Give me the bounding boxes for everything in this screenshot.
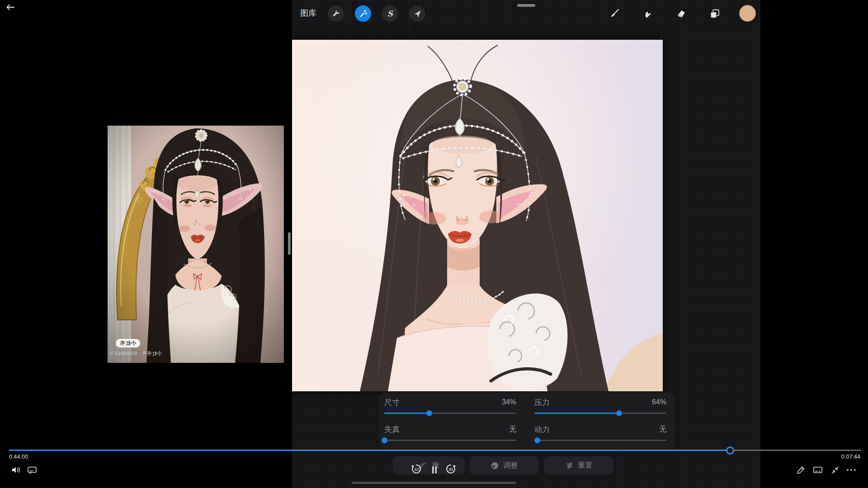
- active-color-swatch[interactable]: [739, 5, 756, 22]
- selection-button[interactable]: S: [382, 5, 398, 22]
- slider-size-track[interactable]: [384, 413, 516, 414]
- magic-wand-icon: [359, 9, 368, 18]
- slider-momentum-thumb[interactable]: [534, 437, 540, 443]
- gallery-button[interactable]: 图库: [300, 8, 316, 19]
- more-options-button[interactable]: [845, 464, 857, 476]
- volume-button[interactable]: [10, 464, 22, 476]
- exit-fullscreen-button[interactable]: [829, 464, 841, 476]
- liquify-reset-button[interactable]: 重置: [544, 456, 613, 474]
- slider-pressure: 压力 64%: [534, 397, 666, 414]
- edit-note-button[interactable]: [795, 464, 807, 476]
- slider-momentum: 动力 无: [534, 424, 666, 441]
- forward-30-button[interactable]: 30: [445, 463, 457, 475]
- watermark-id: 小红书号：8388886375: [108, 350, 162, 357]
- slider-size: 尺寸 34%: [384, 397, 516, 414]
- window-drag-handle[interactable]: [517, 4, 535, 7]
- adjust-dial-icon: [491, 461, 499, 470]
- eraser-tool-button[interactable]: [675, 7, 688, 20]
- liquify-panel: 尺寸 34% 压力 64% 失真 无: [379, 392, 675, 450]
- home-indicator[interactable]: [352, 482, 516, 484]
- reset-swap-icon: [565, 462, 574, 469]
- slider-distortion: 失真 无: [384, 424, 516, 441]
- split-view-divider-handle[interactable]: [288, 232, 291, 255]
- rewind-10-button[interactable]: 10: [410, 463, 422, 475]
- slider-momentum-label: 动力: [534, 424, 550, 435]
- transform-button[interactable]: [409, 5, 425, 22]
- slider-size-thumb[interactable]: [426, 410, 432, 416]
- svg-text:10: 10: [414, 467, 419, 472]
- slider-distortion-label: 失真: [384, 424, 400, 435]
- watermark-badge: 小红书: [116, 339, 140, 347]
- slider-momentum-value: 无: [659, 425, 666, 434]
- slider-distortion-value: 无: [509, 425, 516, 434]
- procreate-window: 图库 S: [292, 0, 760, 488]
- video-progress-track[interactable]: [9, 450, 861, 451]
- adjustments-button[interactable]: [355, 5, 371, 22]
- subtitle-button[interactable]: [812, 464, 824, 476]
- rewind-10-icon: 10: [410, 463, 422, 475]
- liquify-adjust-button[interactable]: 调整: [469, 456, 539, 474]
- danmaku-button[interactable]: [26, 464, 38, 476]
- slider-distortion-thumb[interactable]: [382, 437, 387, 443]
- slider-pressure-thumb[interactable]: [616, 410, 622, 416]
- brush-icon: [609, 8, 620, 19]
- smudge-tool-button[interactable]: [642, 7, 654, 20]
- pencil-icon: [796, 465, 806, 475]
- slider-momentum-track[interactable]: [534, 440, 666, 441]
- slider-pressure-label: 压力: [534, 397, 550, 408]
- slider-pressure-value: 64%: [652, 398, 666, 406]
- slider-size-value: 34%: [502, 398, 516, 406]
- collapse-icon: [830, 465, 840, 475]
- layers-icon: [709, 8, 720, 19]
- slider-size-label: 尺寸: [384, 397, 400, 408]
- reset-button-label: 重置: [578, 461, 593, 470]
- reference-photo: 小红书 小红书号：8388886375: [108, 126, 284, 363]
- forward-30-icon: 30: [445, 463, 457, 475]
- more-dots-icon: [846, 468, 856, 472]
- smudge-finger-icon: [642, 8, 653, 19]
- brush-tool-button[interactable]: [608, 7, 621, 20]
- transform-arrow-icon: [413, 9, 422, 18]
- video-progress-handle[interactable]: [726, 446, 734, 455]
- subtitle-icon: [813, 466, 823, 474]
- actions-button[interactable]: [328, 5, 344, 22]
- wrench-icon: [332, 9, 340, 18]
- back-icon: [6, 4, 14, 10]
- canvas-artwork[interactable]: [292, 40, 663, 391]
- pause-button[interactable]: [429, 464, 440, 476]
- adjust-button-label: 调整: [503, 461, 518, 470]
- remaining-time: 0:07:44: [841, 454, 860, 460]
- back-button[interactable]: [4, 1, 17, 14]
- eraser-icon: [676, 8, 687, 19]
- video-player-screen: 小红书 小红书号：8388886375 图库 S: [0, 0, 868, 488]
- current-time: 0:44:00: [9, 454, 28, 460]
- pause-icon: [431, 465, 438, 474]
- danmaku-icon: [27, 466, 37, 474]
- reference-photo-image: [108, 126, 284, 363]
- selection-s-icon: S: [387, 9, 393, 18]
- slider-distortion-track[interactable]: [384, 440, 516, 441]
- layers-button[interactable]: [708, 7, 721, 20]
- svg-text:30: 30: [448, 467, 453, 472]
- slider-pressure-track[interactable]: [534, 413, 666, 414]
- video-progress-fill: [9, 450, 730, 451]
- speaker-icon: [11, 465, 21, 474]
